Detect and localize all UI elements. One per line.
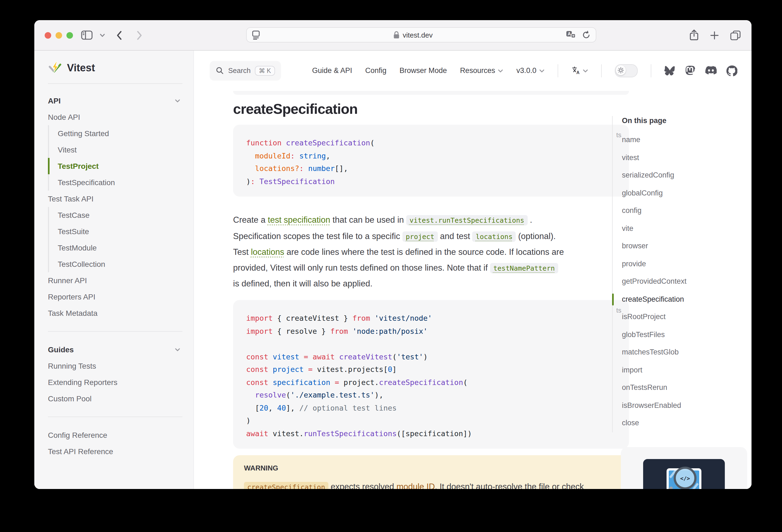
toc-item-isrootproject[interactable]: isRootProject [622,308,743,326]
toc-title: On this page [622,116,743,126]
nav-divider [558,64,558,77]
minimize-window-button[interactable] [56,32,62,38]
sidebar-item-label: TestSpecification [58,178,115,187]
toc-item-vite[interactable]: vite [622,220,743,238]
sidebar-item-api[interactable]: API [48,93,182,109]
nav-right: Guide & APIConfigBrowser ModeResourcesv3… [312,64,737,77]
vitest-logo-icon [48,61,62,75]
sidebar-item-label: API [48,96,61,105]
vitest-logo[interactable]: Vitest [48,55,182,81]
theme-toggle[interactable] [615,64,638,77]
sidebar-item-testcase[interactable]: TestCase [48,207,182,223]
zoom-window-button[interactable] [66,32,73,38]
toc-item-browser[interactable]: browser [622,238,743,255]
nav-divider [651,64,651,77]
back-icon[interactable] [115,30,123,40]
tab-overview-icon[interactable] [730,30,741,40]
sidebar-item-label: TestCollection [58,260,105,269]
toc-item-serializedconfig[interactable]: serializedConfig [622,167,743,184]
toc-item-globtestfiles[interactable]: globTestFiles [622,326,743,344]
sidebar-item-testmodule[interactable]: TestModule [48,240,182,256]
sidebar: Vitest APINode APIGetting StartedVitestT… [34,50,194,489]
sidebar-item-vitest[interactable]: Vitest [48,142,182,158]
inline-code-link[interactable]: vitest.runTestSpecifications [406,215,527,225]
sidebar-item-running-tests[interactable]: Running Tests [48,358,182,374]
main-area: Search ⌘ K Guide & APIConfigBrowser Mode… [194,50,751,489]
sidebar-item-reporters-api[interactable]: Reporters API [48,289,182,305]
sidebar-item-config-reference[interactable]: Config Reference [48,427,182,443]
sidebar-item-custom-pool[interactable]: Custom Pool [48,390,182,407]
sponsor-illustration: </> [643,459,725,489]
code-line: moduleId: string, [246,149,616,162]
toc-item-config[interactable]: config [622,202,743,220]
sidebar-toggle-icon[interactable] [81,31,93,40]
toc-item-createspecification[interactable]: createSpecification [622,290,743,308]
address-bar[interactable]: vitest.dev A [246,27,596,42]
chevron-down-icon[interactable] [100,33,105,37]
github-icon[interactable] [726,65,737,76]
nav-link-browser-mode[interactable]: Browser Mode [399,66,447,75]
translate-icon[interactable]: A [566,31,576,39]
toc-item-provide[interactable]: provide [622,255,743,273]
new-tab-icon[interactable] [710,31,719,39]
search-button[interactable]: Search ⌘ K [210,61,281,80]
sidebar-item-testsuite[interactable]: TestSuite [48,223,182,240]
text-link[interactable]: locations [251,247,284,256]
reader-icon[interactable] [252,30,260,39]
mastodon-icon[interactable] [685,65,696,76]
sidebar-item-node-api[interactable]: Node API [48,109,182,125]
page: Vitest APINode APIGetting StartedVitestT… [34,50,751,489]
code-lines: function createSpecification( moduleId: … [246,137,616,188]
sidebar-item-getting-started[interactable]: Getting Started [48,125,182,142]
code-line: resolve('./example.test.ts'), [246,389,616,401]
bluesky-icon[interactable] [664,66,675,75]
toc-list: namevitestserializedConfigglobalConfigco… [622,131,743,432]
chevron-down-icon [498,68,503,73]
sidebar-item-test-task-api[interactable]: Test Task API [48,190,182,207]
nav-link-config[interactable]: Config [365,66,386,75]
toc-item-isbrowserenabled[interactable]: isBrowserEnabled [622,397,743,414]
sidebar-item-runner-api[interactable]: Runner API [48,272,182,289]
toc-item-name[interactable]: name [622,131,743,149]
sidebar-item-testspecification[interactable]: TestSpecification [48,174,182,190]
chevron-down-icon [175,98,180,103]
share-icon[interactable] [689,29,699,41]
nav-link-v3-0-0[interactable]: v3.0.0 [516,66,544,75]
toc-item-import[interactable]: import [622,361,743,379]
toc-item-matchestestglob[interactable]: matchesTestGlob [622,344,743,361]
toc-item-ontestsrerun[interactable]: onTestsRerun [622,379,743,397]
sidebar-item-label: TestCase [58,211,90,219]
svg-text:A: A [568,32,571,36]
lock-icon [393,31,399,39]
toc-item-vitest[interactable]: vitest [622,149,743,167]
sidebar-item-testcollection[interactable]: TestCollection [48,256,182,272]
sponsor-card[interactable]: </> [621,447,747,489]
sidebar-item-guides[interactable]: Guides [48,342,182,358]
code-line: locations?: number[], [246,162,616,175]
inline-code-link[interactable]: testNamePattern [490,263,558,273]
inline-code-link[interactable]: locations [472,231,516,242]
desktop: vitest.dev A [0,0,782,532]
inline-code-link[interactable]: project [402,231,437,242]
toc-item-globalconfig[interactable]: globalConfig [622,184,743,202]
close-window-button[interactable] [45,32,51,38]
nav-link-resources[interactable]: Resources [460,66,503,75]
text-link[interactable]: test specification [268,215,330,224]
toc-item-getprovidedcontext[interactable]: getProvidedContext [622,273,743,290]
sidebar-item-task-metadata[interactable]: Task Metadata [48,305,182,321]
sidebar-item-label: Config Reference [48,431,107,439]
discord-icon[interactable] [705,66,717,75]
toc-item-close[interactable]: close [622,414,743,432]
reload-icon[interactable] [582,31,590,39]
forward-icon[interactable] [136,30,143,40]
nav-link-guide-api[interactable]: Guide & API [312,66,352,75]
code-lines: import { createVitest } from 'vitest/nod… [246,312,616,440]
language-menu[interactable]: A [571,66,588,75]
sidebar-item-label: Reporters API [48,292,95,301]
text-link[interactable]: module ID [396,482,435,489]
sidebar-item-testproject[interactable]: TestProject [48,158,182,174]
sidebar-item-label: TestModule [58,243,97,252]
sidebar-item-test-api-reference[interactable]: Test API Reference [48,443,182,460]
sidebar-item-extending-reporters[interactable]: Extending Reporters [48,374,182,390]
search-label: Search [228,66,250,75]
